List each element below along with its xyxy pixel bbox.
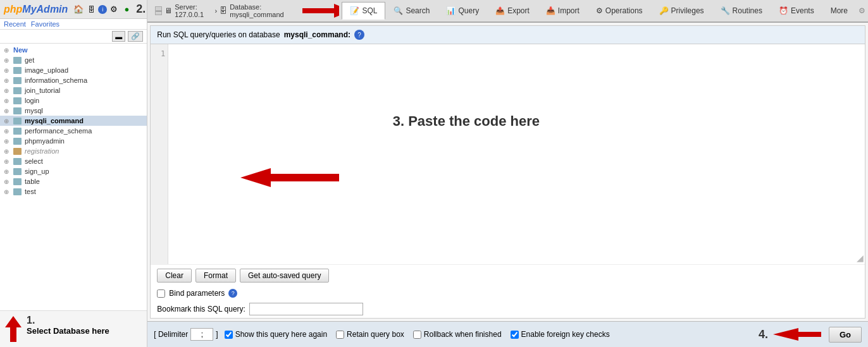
db-name-label: join_tutorial <box>25 87 60 94</box>
tab-operations[interactable]: ⚙ Operations <box>588 2 651 20</box>
tabs-container: 📝 SQL 🔍 Search 📊 Query 📤 Export 📥 <box>342 2 856 20</box>
favorites-link[interactable]: Favorites <box>31 20 59 28</box>
recent-link[interactable]: Recent <box>4 20 26 28</box>
gear-icon[interactable]: ⚙ <box>108 4 120 15</box>
routines-tab-icon: 🔧 <box>721 6 730 15</box>
autosave-button[interactable]: Get auto-saved query <box>240 269 329 283</box>
logo-admin: MyAdmin <box>22 4 68 15</box>
sql-textarea[interactable] <box>168 44 865 264</box>
db-table-icon <box>13 107 22 114</box>
foreign-keys-checkbox[interactable] <box>511 331 519 339</box>
db-table-icon <box>13 138 22 145</box>
tab-events[interactable]: ⏰ Events <box>771 2 822 20</box>
operations-tab-icon: ⚙ <box>596 6 603 15</box>
operations-tab-label: Operations <box>605 6 643 15</box>
expand-link-btn[interactable]: 🔗 <box>128 31 143 42</box>
more-tab-label: More <box>831 6 848 15</box>
server-info: — 🖥 Server: 127.0.0.1 › 🗄 Database: mysq… <box>150 3 296 18</box>
tab-export[interactable]: 📤 Export <box>487 2 538 20</box>
db-table[interactable]: ⊕ table <box>0 176 147 186</box>
routines-tab-label: Routines <box>733 6 762 15</box>
arrow-icon: › <box>214 7 217 15</box>
expand-icon: ⊕ <box>4 97 11 104</box>
db-performance-schema[interactable]: ⊕ performance_schema <box>0 126 147 136</box>
expand-icon: ⊕ <box>4 188 11 195</box>
svg-marker-3 <box>773 328 821 341</box>
clear-button[interactable]: Clear <box>157 269 192 283</box>
db-select[interactable]: ⊕ select <box>0 156 147 166</box>
tab-routines[interactable]: 🔧 Routines <box>712 2 771 20</box>
info-icon[interactable]: i <box>98 5 107 14</box>
minimize-btn[interactable]: — <box>155 6 162 15</box>
retain-check[interactable]: Retain query box <box>336 330 404 339</box>
db-get[interactable]: ⊕ get <box>0 55 147 65</box>
bind-params-checkbox[interactable] <box>157 289 165 298</box>
bind-help-icon[interactable]: ? <box>228 289 237 298</box>
privileges-tab-label: Privileges <box>671 6 704 15</box>
tab-sql[interactable]: 📝 SQL <box>342 2 385 20</box>
query-tab-icon: 📊 <box>446 6 456 15</box>
foreign-keys-check[interactable]: Enable foreign key checks <box>511 330 610 339</box>
db-table-icon <box>13 77 22 84</box>
show-query-check[interactable]: Show this query here again <box>225 330 327 339</box>
new-db-item[interactable]: ⊕ New <box>0 45 147 55</box>
db-table-icon <box>13 67 22 74</box>
delimiter-input[interactable] <box>190 328 213 341</box>
db-table-icon <box>13 118 22 125</box>
db-mysqli-command[interactable]: ⊕ mysqli_command <box>0 116 147 126</box>
retain-label: Retain query box <box>347 330 404 339</box>
expand-icon: ⊕ <box>4 107 11 114</box>
resize-handle[interactable]: ◢ <box>857 253 864 263</box>
events-tab-label: Events <box>791 6 814 15</box>
db-name-label: registration <box>25 147 59 155</box>
db-login[interactable]: ⊕ login <box>0 95 147 106</box>
db-name-label: test <box>25 188 36 195</box>
db-table-icon <box>13 57 22 64</box>
query-tab-label: Query <box>458 6 479 15</box>
collapse-btn[interactable]: ▬ <box>112 31 125 42</box>
search-tab-icon: 🔍 <box>394 6 403 15</box>
line-numbers: 1 <box>151 44 168 264</box>
db-join-tutorial[interactable]: ⊕ join_tutorial <box>0 85 147 95</box>
top-bar: — 🖥 Server: 127.0.0.1 › 🗄 Database: mysq… <box>147 0 868 23</box>
go-button[interactable]: Go <box>829 327 862 343</box>
db-name-label: image_upload <box>25 66 68 74</box>
step1-label: 1. <box>27 315 35 326</box>
db-image-upload[interactable]: ⊕ image_upload <box>0 65 147 75</box>
db-mysql[interactable]: ⊕ mysql <box>0 106 147 116</box>
tab-import[interactable]: 📥 Import <box>538 2 588 20</box>
db-name-label: select <box>25 157 43 165</box>
green-icon[interactable]: ● <box>121 4 132 15</box>
db-phpmyadmin[interactable]: ⊕ phpmyadmin <box>0 136 147 146</box>
db-information-schema[interactable]: ⊕ information_schema <box>0 75 147 85</box>
db-test[interactable]: ⊕ test <box>0 186 147 197</box>
content-header: Run SQL query/queries on database mysqli… <box>151 26 865 44</box>
help-icon[interactable]: ? <box>354 30 364 40</box>
expand-icon: ⊕ <box>4 178 11 185</box>
show-query-label: Show this query here again <box>235 330 327 339</box>
db-name-label: table <box>25 178 40 185</box>
header-text: Run SQL query/queries on database <box>157 30 280 39</box>
bookmark-input[interactable] <box>249 303 363 315</box>
format-button[interactable]: Format <box>195 269 236 283</box>
tab-query[interactable]: 📊 Query <box>438 2 487 20</box>
arrow-right-tab-icon <box>296 1 339 20</box>
tab-privileges[interactable]: 🔑 Privileges <box>651 2 712 20</box>
bind-params-label[interactable]: Bind parameters <box>169 289 225 298</box>
db-name-label: login <box>25 97 39 104</box>
tab-more[interactable]: More <box>822 2 856 20</box>
db-registration[interactable]: ⊕ registration <box>0 146 147 156</box>
bookmark-row: Bookmark this SQL query: <box>151 300 865 318</box>
select-db-label: Select Database here <box>27 326 109 336</box>
db-sign-up[interactable]: ⊕ sign_up <box>0 166 147 176</box>
line-number-1: 1 <box>153 49 165 58</box>
home-icon[interactable]: 🏠 <box>73 4 84 15</box>
show-query-checkbox[interactable] <box>225 331 233 339</box>
settings-gear-icon[interactable]: ⚙ <box>859 6 865 15</box>
db-icon[interactable]: 🗄 <box>85 4 97 15</box>
rollback-checkbox[interactable] <box>413 331 421 339</box>
retain-checkbox[interactable] <box>336 331 344 339</box>
tab-search[interactable]: 🔍 Search <box>385 2 438 20</box>
rollback-check[interactable]: Rollback when finished <box>413 330 502 339</box>
search-tab-label: Search <box>406 6 430 15</box>
